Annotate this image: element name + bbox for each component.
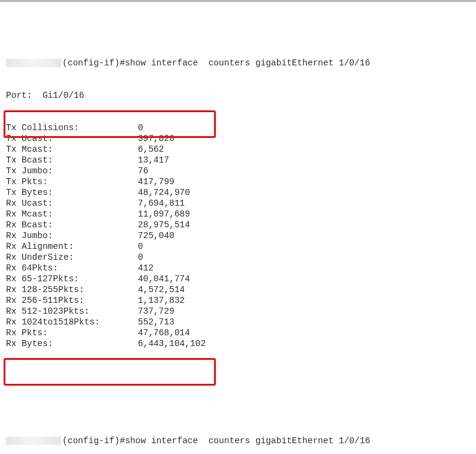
counter-label: Rx Bytes: xyxy=(6,338,138,349)
counter-label: Rx Ucast: xyxy=(6,198,138,209)
blank-line xyxy=(6,381,470,392)
counter-value: 47,768,014 xyxy=(138,327,190,338)
counter-label: Tx Collisions: xyxy=(6,122,138,133)
counter-row: Tx Pkts:417,799 xyxy=(6,176,470,187)
counter-row: Rx Bytes:6,443,104,102 xyxy=(6,338,470,349)
counter-value: 737,729 xyxy=(138,306,174,317)
counter-row: Rx 64Pkts:412 xyxy=(6,263,470,273)
prompt-suffix: (config-if)# xyxy=(62,58,125,68)
counter-row: Rx Alignment:0 xyxy=(6,241,470,252)
counter-value: 28,975,514 xyxy=(138,220,190,230)
counter-row: Rx 65-127Pkts:40,041,774 xyxy=(6,273,470,284)
counter-label: Tx Mcast: xyxy=(6,144,138,155)
counter-row: Rx UnderSize:0 xyxy=(6,252,470,263)
counter-label: Rx 256-511Pkts: xyxy=(6,295,138,306)
window-top-border xyxy=(0,0,476,2)
counter-row: Rx 256-511Pkts:1,137,832 xyxy=(6,295,470,306)
counter-value: 417,799 xyxy=(138,176,174,187)
counter-label: Rx Pkts: xyxy=(6,327,138,338)
counter-row: Tx Collisions:0 xyxy=(6,122,470,133)
command-line-2: (config-if)#show interface counters giga… xyxy=(6,435,470,446)
counter-value: 11,097,689 xyxy=(138,209,190,220)
counter-label: Rx Jumbo: xyxy=(6,230,138,241)
counter-label: Tx Bytes: xyxy=(6,187,138,198)
counter-label: Tx Bcast: xyxy=(6,155,138,166)
counter-label: Rx 128-255Pkts: xyxy=(6,284,138,295)
counter-label: Rx Bcast: xyxy=(6,220,138,230)
counter-value: 48,724,970 xyxy=(138,187,190,198)
counter-label: Tx Jumbo: xyxy=(6,166,138,176)
counter-row: Rx Jumbo:725,040 xyxy=(6,230,470,241)
counter-value: 0 xyxy=(138,122,143,133)
counter-row: Tx Jumbo:76 xyxy=(6,166,470,176)
counter-value: 7,694,811 xyxy=(138,198,185,209)
counter-row: Rx Bcast:28,975,514 xyxy=(6,220,470,230)
hostname-blur xyxy=(6,437,61,445)
counter-value: 397,820 xyxy=(138,133,174,144)
counter-label: Rx Alignment: xyxy=(6,241,138,252)
counter-row: Rx 512-1023Pkts:737,729 xyxy=(6,306,470,317)
counter-row: Tx Bytes:48,724,970 xyxy=(6,187,470,198)
counter-value: 552,713 xyxy=(138,317,174,327)
counter-value: 40,041,774 xyxy=(138,273,190,284)
counter-value: 6,562 xyxy=(138,144,164,155)
counter-value: 1,137,832 xyxy=(138,295,185,306)
counter-row: Rx 1024to1518Pkts:552,713 xyxy=(6,317,470,327)
counter-value: 6,443,104,102 xyxy=(138,338,206,349)
port-line-1: Port: Gi1/0/16 xyxy=(6,90,470,101)
counter-row: Rx Pkts:47,768,014 xyxy=(6,327,470,338)
counter-label: Rx Mcast: xyxy=(6,209,138,220)
counter-label: Rx 64Pkts: xyxy=(6,263,138,273)
counter-rows-1: Tx Collisions:0Tx Ucast:397,820Tx Mcast:… xyxy=(6,122,470,349)
counter-value: 76 xyxy=(138,166,148,176)
counter-row: Tx Mcast:6,562 xyxy=(6,144,470,155)
counter-row: Rx Ucast:7,694,811 xyxy=(6,198,470,209)
counter-label: Rx 512-1023Pkts: xyxy=(6,306,138,317)
counter-value: 725,040 xyxy=(138,230,174,241)
command-text: show interface counters gigabitEthernet … xyxy=(125,58,370,68)
counter-value: 412 xyxy=(138,263,153,273)
counter-value: 0 xyxy=(138,241,143,252)
counter-row: Rx Mcast:11,097,689 xyxy=(6,209,470,220)
command-line-1: (config-if)#show interface counters giga… xyxy=(6,58,470,68)
counter-label: Rx UnderSize: xyxy=(6,252,138,263)
counter-label: Tx Ucast: xyxy=(6,133,138,144)
counter-value: 13,417 xyxy=(138,155,169,166)
terminal-output: (config-if)#show interface counters giga… xyxy=(0,0,476,454)
counter-value: 0 xyxy=(138,252,143,263)
counter-label: Rx 1024to1518Pkts: xyxy=(6,317,138,327)
hostname-blur xyxy=(6,59,61,67)
counter-label: Rx 65-127Pkts: xyxy=(6,273,138,284)
counter-row: Tx Bcast:13,417 xyxy=(6,155,470,166)
counter-value: 4,572,514 xyxy=(138,284,185,295)
counter-row: Rx 128-255Pkts:4,572,514 xyxy=(6,284,470,295)
command-text: show interface counters gigabitEthernet … xyxy=(125,436,370,446)
counter-label: Tx Pkts: xyxy=(6,176,138,187)
counter-row: Tx Ucast:397,820 xyxy=(6,133,470,144)
prompt-suffix: (config-if)# xyxy=(62,436,125,446)
